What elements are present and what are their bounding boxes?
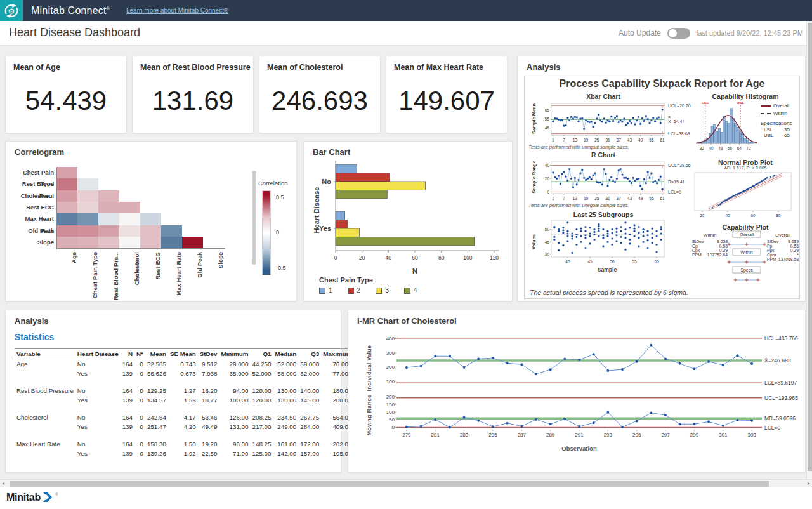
xbar-chart: Xbar Chart Sample Mean 45556517131925313… — [527, 93, 697, 142]
correlogram-cell[interactable] — [77, 190, 98, 202]
correlogram-cell[interactable] — [77, 202, 98, 213]
brand-title: Minitab Connect® — [31, 5, 110, 17]
svg-text:30: 30 — [545, 252, 550, 256]
svg-text:55: 55 — [649, 138, 654, 142]
correlogram-col-label: Cholesterol — [133, 252, 140, 285]
svg-text:31: 31 — [605, 196, 610, 201]
correlogram-cell[interactable] — [98, 190, 119, 202]
correlogram-cell[interactable] — [140, 237, 161, 248]
correlogram-cell[interactable] — [98, 202, 119, 213]
correlogram-cell[interactable] — [140, 225, 161, 237]
correlogram-cell[interactable] — [56, 213, 77, 225]
vertical-scroll-thumb[interactable] — [808, 23, 812, 471]
svg-text:40: 40 — [386, 255, 392, 261]
svg-text:25: 25 — [594, 138, 599, 142]
svg-text:25: 25 — [594, 196, 599, 201]
svg-text:UCL=403.766: UCL=403.766 — [764, 335, 798, 341]
correlogram-cell[interactable] — [56, 167, 77, 178]
table-row: Yes1390139.261.9222.5971.00125.00142.001… — [15, 449, 353, 458]
correlogram-cell[interactable] — [77, 225, 98, 237]
correlogram-cell[interactable] — [56, 178, 77, 190]
svg-text:49: 49 — [638, 138, 643, 142]
svg-text:32: 32 — [700, 146, 705, 150]
bar-chart-plot: NoYes020406080100120 — [319, 161, 504, 265]
svg-text:19: 19 — [584, 196, 589, 201]
auto-update-label: Auto Update — [619, 29, 661, 37]
imr-chart-plot: 100200300400UCL=403.766X̄=246.693LCL=89.… — [377, 329, 799, 442]
correlogram-col-label: Old Peak — [196, 252, 203, 278]
statistics-table: VariableHeart DiseaseNN*MeanSE MeanStDev… — [15, 348, 353, 458]
column-header: N — [121, 349, 134, 359]
correlogram-cell[interactable] — [56, 237, 77, 248]
xbar-chart-title: Xbar Chart — [546, 93, 660, 100]
svg-text:43: 43 — [627, 196, 632, 201]
correlogram-cell[interactable] — [119, 213, 140, 225]
kpi-card-mean-cholesterol: Mean of Cholesterol 246.693 — [259, 56, 381, 133]
learn-more-link[interactable]: Learn more about Minitab Connect® — [126, 7, 228, 14]
svg-text:61: 61 — [660, 196, 665, 201]
svg-text:13: 13 — [573, 138, 578, 142]
capplot-within-title: Within — [692, 232, 728, 238]
statistics-link[interactable]: Statistics — [15, 332, 54, 342]
imr-chart-panel: I-MR Chart of Cholesterol Individual Val… — [348, 310, 806, 473]
correlogram-cell[interactable] — [98, 225, 119, 237]
correlogram-scrollbar[interactable] — [252, 171, 256, 265]
correlogram-row-label: Cholesterol — [13, 190, 54, 202]
correlogram-cell[interactable] — [119, 237, 140, 248]
table-row: Rest Blood PressureNo1640129.251.2716.20… — [15, 386, 353, 395]
legend-item: 2 — [348, 287, 361, 294]
correlogram-cell[interactable] — [77, 237, 98, 248]
svg-text:80: 80 — [438, 255, 445, 261]
last25-plot: 3045604045505560 — [535, 219, 695, 265]
probplot-subtitle: AD: 1.517, P: < 0.005 — [692, 166, 799, 170]
r-chart: R Chart Sample Range 0204017131925313743… — [527, 151, 697, 201]
correlogram-panel: Correlogram Chest Pain TypeRest Blood Pr… — [5, 141, 297, 301]
correlogram-cell[interactable] — [119, 225, 140, 237]
correlogram-col-label: Age — [70, 252, 77, 263]
column-header: Q1 — [251, 349, 273, 359]
svg-text:120: 120 — [490, 255, 499, 261]
svg-text:X̄=246.693: X̄=246.693 — [764, 357, 791, 364]
svg-text:UCL=192.965: UCL=192.965 — [764, 395, 798, 401]
minitab-logo: Minitab ® — [6, 492, 58, 503]
correlogram-cell[interactable] — [56, 225, 77, 237]
correlogram-cell[interactable] — [56, 202, 77, 213]
imr-individual-ylabel: Individual Value — [366, 345, 372, 392]
correlogram-cell[interactable] — [140, 213, 161, 225]
correlogram-cell[interactable] — [77, 178, 98, 190]
histogram-plot: LSLUSL324048566472 — [693, 100, 759, 155]
svg-text:20: 20 — [700, 213, 705, 218]
svg-text:293: 293 — [604, 432, 613, 438]
correlogram-cell[interactable] — [161, 237, 182, 248]
horizontal-scrollbar[interactable]: ◂ ▸ — [0, 479, 812, 487]
minitab-connect-logo[interactable]: ⚙ — [0, 0, 23, 21]
correlogram-cell[interactable] — [119, 202, 140, 213]
correlogram-cell[interactable] — [98, 213, 119, 225]
kpi-value: 131.69 — [133, 86, 253, 116]
scroll-right-arrow[interactable]: ▸ — [808, 480, 810, 486]
capplot-within-stats: Within StDev9.058Cp0.55Cpk0.39PPM137752.… — [692, 232, 728, 257]
page-title: Heart Disease Dashboard — [9, 26, 140, 39]
bar-chart-panel: Bar Chart Heart Disease NoYes02040608010… — [303, 141, 513, 301]
svg-text:56: 56 — [728, 146, 733, 150]
last25-xlabel: Sample — [551, 267, 663, 273]
svg-text:297: 297 — [661, 432, 670, 438]
capplot-overall-stats: Overall StDev9.039Pp0.55Ppk0.39Cpm*PPM13… — [767, 232, 799, 261]
kpi-card-mean-max-hr: Mean of Max Heart Rate 149.607 — [386, 56, 508, 133]
correlogram-cell[interactable] — [77, 213, 98, 225]
svg-text:40: 40 — [725, 213, 730, 218]
correlogram-cell[interactable] — [182, 237, 203, 248]
svg-text:Overall: Overall — [740, 232, 754, 237]
vertical-scrollbar[interactable] — [806, 21, 812, 479]
correlogram-cell[interactable] — [56, 190, 77, 202]
last25-title: Last 25 Subgroups — [546, 211, 660, 218]
correlogram-cell[interactable] — [98, 237, 119, 248]
correlogram-cell[interactable] — [161, 225, 182, 237]
kpi-title: Mean of Age — [6, 56, 126, 72]
svg-text:Specs: Specs — [740, 268, 753, 273]
auto-update-toggle[interactable] — [667, 28, 690, 39]
horizontal-scroll-thumb[interactable] — [10, 481, 769, 487]
scroll-left-arrow[interactable]: ◂ — [2, 480, 4, 486]
svg-text:299: 299 — [690, 432, 699, 438]
column-header: Mean — [145, 349, 168, 359]
